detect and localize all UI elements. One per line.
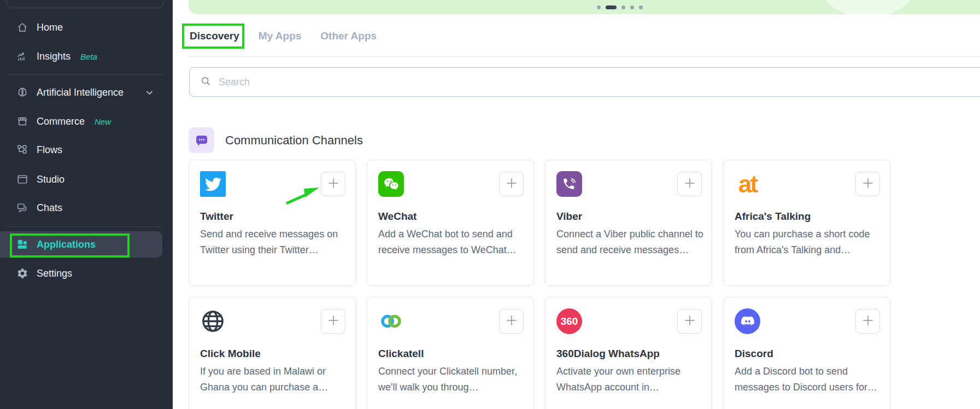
chat-bubble-icon [189, 127, 214, 153]
plus-icon [861, 176, 875, 192]
chats-icon [16, 202, 28, 214]
app-card-viber[interactable]: Viber Connect a Viber public channel to … [545, 160, 712, 286]
wechat-icon [378, 171, 404, 197]
app-card-title: 360Dialog WhatsApp [556, 348, 701, 360]
sidebar-item-label: Settings [37, 268, 72, 279]
storefront-icon [16, 115, 28, 127]
tab-other-apps[interactable]: Other Apps [320, 30, 377, 42]
sidebar-item-insights[interactable]: Insights Beta [0, 43, 173, 69]
app-card-description: You can purchase a short code from Afric… [735, 226, 882, 258]
brain-icon [16, 86, 28, 98]
gear-icon [16, 267, 28, 279]
apps-grid-icon [16, 238, 28, 250]
globe-icon [200, 308, 226, 334]
add-app-button[interactable] [499, 172, 524, 196]
twitter-icon [200, 171, 226, 197]
sidebar-item-label: Applications [37, 239, 96, 250]
app-card-africas-talking[interactable]: at Africa's Talking You can purchase a s… [723, 160, 890, 286]
sidebar-item-artificial-intelligence[interactable]: Artificial Intelligence [0, 79, 173, 106]
app-card-title: Click Mobile [200, 348, 344, 360]
app-card-clickatell[interactable]: Clickatell Connect your Clickatell numbe… [367, 297, 534, 409]
app-card-twitter[interactable]: Twitter Send and receive messages on Twi… [189, 160, 356, 286]
carousel-dot-active[interactable] [606, 5, 617, 9]
africas-talking-icon: at [735, 171, 760, 197]
sidebar-item-label: Home [37, 22, 63, 33]
plus-icon [504, 313, 519, 329]
clickatell-icon [378, 308, 404, 334]
sidebar-item-commerce[interactable]: Commerce New [0, 108, 173, 135]
chevron-down-icon[interactable] [145, 88, 154, 97]
app-card-title: Discord [735, 348, 879, 360]
insights-icon [16, 50, 28, 62]
app-card-discord[interactable]: Discord Add a Discord bot to send messag… [723, 297, 890, 409]
app-card-title: Clickatell [378, 348, 523, 360]
banner-watermark [821, 0, 914, 14]
window-icon [16, 173, 28, 185]
app-card-description: Send and receive messages on Twitter usi… [200, 226, 348, 258]
app-card-title: Viber [556, 211, 701, 223]
sidebar-item-label: Chats [37, 202, 62, 214]
add-app-button[interactable] [321, 309, 345, 334]
carousel-dot[interactable] [597, 5, 601, 9]
sidebar-item-label: Commerce [37, 116, 85, 127]
carousel-dots[interactable] [597, 0, 643, 14]
apps-tabs: Discovery My Apps Other Apps [190, 24, 377, 48]
app-card-description: Add a WeChat bot to send and receive mes… [378, 226, 526, 258]
add-app-button[interactable] [321, 172, 345, 196]
sidebar-divider [5, 74, 163, 75]
carousel-dot[interactable] [639, 5, 643, 9]
beta-badge: Beta [80, 52, 97, 61]
plus-icon [683, 313, 697, 329]
app-card-click-mobile[interactable]: Click Mobile If you are based in Malawi … [189, 297, 356, 409]
sidebar-item-applications[interactable]: Applications [0, 231, 162, 258]
app-card-title: WeChat [378, 211, 523, 223]
home-icon [16, 21, 28, 33]
carousel-dot[interactable] [630, 5, 634, 9]
app-card-360dialog[interactable]: 360 360Dialog WhatsApp Activate your own… [545, 297, 712, 409]
discord-icon [735, 308, 760, 334]
tabs-underline [189, 56, 980, 57]
app-card-description: Add a Discord bot to send messages to Di… [735, 364, 882, 395]
add-app-button[interactable] [855, 172, 880, 196]
sidebar-item-flows[interactable]: Flows [0, 137, 173, 163]
sidebar-item-label: Insights [37, 51, 71, 62]
main-content: Discovery My Apps Other Apps Communicati… [173, 0, 980, 409]
promo-banner [189, 0, 980, 14]
tab-my-apps[interactable]: My Apps [259, 30, 301, 42]
add-app-button[interactable] [499, 309, 524, 334]
workspace-selector-partial[interactable] [7, 0, 164, 8]
sidebar: Home Insights Beta Artificial Intelligen… [0, 0, 173, 409]
search-box[interactable] [189, 67, 980, 97]
app-card-description: Activate your own enterprise WhatsApp ac… [556, 364, 704, 395]
carousel-dot[interactable] [621, 5, 625, 9]
sidebar-item-label: Flows [37, 144, 62, 156]
plus-icon [504, 176, 519, 192]
plus-icon [326, 313, 341, 329]
search-input[interactable] [218, 76, 980, 89]
app-card-wechat[interactable]: WeChat Add a WeChat bot to send and rece… [367, 160, 534, 286]
app-card-description: Connect a Viber public channel to send a… [556, 226, 704, 258]
add-app-button[interactable] [855, 309, 880, 334]
add-app-button[interactable] [677, 172, 702, 196]
plus-icon [861, 313, 875, 329]
app-card-description: If you are based in Malawi or Ghana you … [200, 364, 348, 395]
section-title: Communication Channels [225, 133, 363, 148]
sidebar-item-home[interactable]: Home [0, 14, 173, 40]
sidebar-item-studio[interactable]: Studio [0, 166, 173, 192]
section-header: Communication Channels [189, 127, 363, 153]
add-app-button[interactable] [677, 309, 702, 334]
app-card-description: Connect your Clickatell number, we'll wa… [378, 364, 526, 395]
sidebar-item-settings[interactable]: Settings [0, 260, 173, 287]
search-icon [200, 75, 212, 89]
sidebar-divider [5, 226, 163, 227]
plus-icon [326, 176, 341, 192]
app-card-title: Twitter [200, 211, 344, 223]
sidebar-item-label: Studio [37, 174, 64, 185]
app-card-title: Africa's Talking [735, 211, 879, 223]
new-badge: New [95, 117, 111, 126]
sidebar-item-label: Artificial Intelligence [37, 87, 124, 98]
tab-discovery[interactable]: Discovery [190, 30, 239, 42]
sidebar-item-chats[interactable]: Chats [0, 195, 173, 221]
viber-icon [556, 171, 582, 197]
dialog360-icon: 360 [556, 308, 582, 334]
